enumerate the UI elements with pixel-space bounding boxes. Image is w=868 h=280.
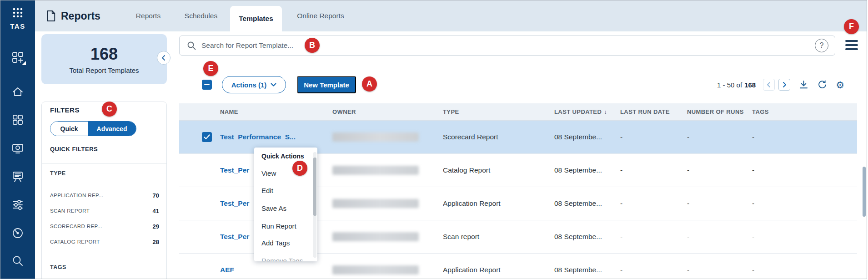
number-of-runs: -: [687, 133, 752, 141]
checkmark-icon: [204, 134, 210, 140]
rail-item-home[interactable]: [11, 86, 24, 98]
rail-item-dashboards[interactable]: [11, 113, 24, 126]
template-type: Scan report: [443, 233, 554, 241]
last-updated: 08 Septembe...: [554, 266, 620, 274]
last-run-date: -: [620, 233, 687, 241]
template-type: Scorecard Report: [443, 133, 554, 141]
menu-item-add-tags[interactable]: Add Tags: [261, 239, 290, 247]
menu-scrollbar-thumb[interactable]: [313, 158, 316, 216]
filter-item-scorecard-report[interactable]: SCORECARD REP... 29: [50, 222, 159, 230]
pagination-controls: 1 - 50 of 168 ⚙: [717, 76, 844, 93]
menu-hamburger-icon[interactable]: [845, 40, 858, 52]
tab-online-reports[interactable]: Online Reports: [296, 0, 346, 31]
template-name-link[interactable]: Test_Performance_S...: [220, 133, 332, 141]
column-header-owner[interactable]: OWNER: [332, 108, 443, 115]
menu-item-save-as[interactable]: Save As: [261, 204, 286, 213]
filter-count: 28: [153, 239, 159, 245]
rail-item-search[interactable]: [11, 255, 24, 267]
annotation-badge-c: C: [102, 102, 117, 117]
filter-count: 41: [153, 208, 159, 214]
tab-reports[interactable]: Reports: [135, 0, 162, 31]
table-settings-button[interactable]: ⚙: [836, 80, 844, 90]
new-template-button[interactable]: New Template: [297, 76, 356, 93]
tab-templates[interactable]: Templates: [230, 6, 282, 31]
menu-item-remove-tags[interactable]: Remove Tags: [261, 257, 303, 261]
app-window: TAS: [0, 0, 867, 279]
filter-item-scan-report[interactable]: SCAN REPORT 41: [50, 207, 159, 215]
home-icon: [11, 86, 24, 98]
last-run-date: -: [620, 199, 687, 208]
waffle-menu-icon: [12, 7, 24, 19]
chevron-right-icon: [782, 81, 787, 88]
gear-icon: ⚙: [836, 80, 844, 90]
filters-panel: FILTERS Quick Advanced QUICK FILTERS TYP…: [41, 102, 167, 279]
total-templates-label: Total Report Templates: [69, 66, 139, 74]
actions-dropdown-button[interactable]: Actions (1): [222, 76, 286, 93]
filter-label: SCORECARD REP...: [50, 224, 102, 229]
owner-redacted: [332, 199, 419, 208]
refresh-button[interactable]: [817, 80, 828, 90]
annotation-badge-f: F: [844, 19, 859, 34]
rail-item-gauge[interactable]: [11, 227, 24, 239]
last-run-date: -: [620, 166, 687, 174]
search-input[interactable]: [201, 41, 815, 50]
template-search-bar: ?: [179, 36, 835, 56]
quick-actions-menu: Quick Actions View Edit Save As Run Repo…: [254, 148, 317, 261]
page-scrollbar-thumb[interactable]: [863, 167, 866, 217]
menu-item-run-report[interactable]: Run Report: [261, 222, 296, 230]
filter-item-application-report[interactable]: APPLICATION REP... 70: [50, 191, 159, 199]
column-label: LAST UPDATED: [554, 108, 602, 115]
indeterminate-mark-icon: [204, 84, 210, 86]
product-logo[interactable]: TAS: [0, 7, 35, 30]
tags-section-title: TAGS: [50, 264, 66, 270]
sort-desc-icon: ↓: [604, 108, 607, 115]
sliders-icon: [11, 199, 24, 211]
column-header-number-of-runs[interactable]: NUMBER OF RUNS: [687, 108, 752, 115]
rail-item-settings[interactable]: [11, 199, 24, 211]
last-updated: 08 Septembe...: [554, 199, 620, 208]
filter-label: CATALOG REPORT: [50, 239, 100, 244]
column-header-last-updated[interactable]: LAST UPDATED↓: [554, 108, 620, 115]
row-tags: -: [752, 133, 857, 141]
column-header-name[interactable]: NAME: [220, 108, 332, 115]
annotation-badge-a: A: [362, 76, 377, 92]
filter-label: SCAN REPORT: [50, 208, 90, 214]
scanner-icon: [11, 142, 24, 155]
column-header-type[interactable]: TYPE: [443, 108, 554, 115]
dashboards-icon: [11, 113, 24, 126]
template-type: Application Report: [443, 266, 554, 274]
column-header-last-run-date[interactable]: LAST RUN DATE: [620, 108, 687, 115]
select-all-checkbox[interactable]: [202, 80, 212, 90]
toggle-quick[interactable]: Quick: [50, 122, 88, 136]
menu-item-edit[interactable]: Edit: [261, 187, 273, 195]
report-board-icon: [11, 170, 24, 183]
rail-item-reports[interactable]: [11, 170, 24, 183]
next-page-button[interactable]: [778, 79, 790, 91]
help-icon[interactable]: ?: [815, 39, 828, 52]
number-of-runs: -: [687, 166, 752, 174]
row-checkbox[interactable]: [202, 132, 212, 142]
total-templates-count: 168: [90, 45, 118, 64]
page-range: 1 - 50 of: [717, 81, 742, 89]
divider: [42, 257, 166, 257]
column-header-tags[interactable]: TAGS: [752, 108, 857, 115]
rail-item-scans[interactable]: [11, 142, 24, 155]
tab-schedules[interactable]: Schedules: [183, 0, 219, 31]
page-range-total: 168: [744, 81, 756, 89]
collapse-panel-button[interactable]: [157, 51, 171, 65]
export-download-button[interactable]: [798, 80, 809, 90]
row-tags: -: [752, 199, 857, 208]
number-of-runs: -: [687, 199, 752, 208]
template-type: Catalog Report: [443, 166, 554, 174]
annotation-badge-b: B: [305, 38, 320, 53]
left-nav-rail: TAS: [0, 0, 35, 279]
type-section-title: TYPE: [50, 170, 66, 177]
filter-item-catalog-report[interactable]: CATALOG REPORT 28: [50, 238, 159, 246]
menu-item-view[interactable]: View: [261, 169, 276, 178]
prev-page-button[interactable]: [763, 79, 775, 91]
page-title: Reports: [61, 10, 100, 22]
template-name-link[interactable]: AEF: [220, 266, 332, 274]
last-updated: 08 Septembe...: [554, 233, 620, 241]
last-run-date: -: [620, 133, 687, 141]
toggle-advanced[interactable]: Advanced: [88, 122, 136, 136]
